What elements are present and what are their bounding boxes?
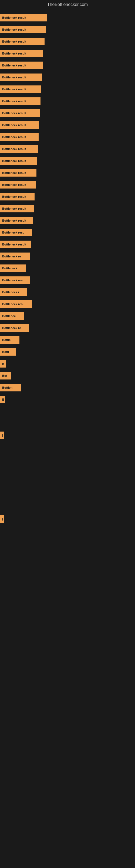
bar-row [0,477,135,489]
site-title: TheBottlenecker.com [0,0,135,9]
bottleneck-bar: Bottleneck result [0,217,33,224]
bar-row: Bottleneck [0,262,135,274]
bottleneck-bar: Bottleneck resu [0,300,32,308]
bottleneck-bar: Bottleneck result [0,50,43,57]
bar-row: B [0,394,135,405]
bar-row: Bottleneck result [0,12,135,23]
bottleneck-bar: Bottleneck result [0,109,40,117]
bar-row: Bottleneck result [0,167,135,179]
bar-row: Bottleneck result [0,203,135,214]
bar-row: Bottleneck res [0,275,135,286]
bottleneck-bar: B [0,360,6,368]
bar-row: Bottleneck result [0,107,135,119]
bottleneck-bar: Bottleneck result [0,121,39,129]
bar-row [0,465,135,477]
bar-row: B [0,358,135,369]
bar-row: Bottl [0,346,135,358]
bottleneck-bar: Bottl [0,348,16,355]
bar-row: Bottleneck result [0,143,135,155]
bottleneck-bar: Bottleneck result [0,14,47,22]
bar-row [0,406,135,417]
bar-row: Bottleneck result [0,36,135,47]
bottleneck-bar: Bot [0,372,11,379]
bottleneck-bar: Bottleneck result [0,181,36,188]
bar-row: Bottleneck result [0,215,135,226]
bar-row [0,442,135,453]
bar-row: Bottlenec [0,310,135,322]
bottleneck-bar: Bottleneck result [0,86,41,93]
bar-row: Bottleneck result [0,179,135,190]
bar-row: Bottleneck re [0,322,135,334]
bar-row: Bottleneck result [0,95,135,107]
bottleneck-bar: Bottlenec [0,312,24,320]
bottleneck-bar: Bottleneck result [0,38,45,45]
bar-row [0,501,135,513]
bar-row: | [0,430,135,441]
bar-row: Bottleneck r [0,286,135,298]
bottleneck-bar: Bottle [0,336,19,344]
bar-row: Bottleneck result [0,84,135,95]
bar-row: Bottlen [0,382,135,393]
bar-row: Bottleneck result [0,72,135,83]
bottleneck-bar: B [0,396,5,403]
bar-row: | [0,513,135,525]
title-text: TheBottlenecker.com [47,2,88,7]
bar-row: Bottleneck result [0,239,135,250]
bottleneck-bar: Bottleneck result [0,205,34,212]
bottleneck-bar: Bottlen [0,384,21,392]
bottleneck-bar: Bottleneck result [0,145,38,153]
bottleneck-bar: Bottleneck result [0,169,37,177]
bar-row: Bottleneck result [0,131,135,143]
bar-row: Bottleneck resu [0,299,135,310]
bar-row: Bottleneck result [0,119,135,131]
bottleneck-bar: Bottleneck result [0,73,42,81]
bar-row: Bottleneck resu [0,227,135,238]
bar-row: Bottle [0,334,135,346]
bottleneck-bar: Bottleneck result [0,241,31,248]
bottleneck-bar: Bottleneck res [0,276,30,284]
bottleneck-bar: Bottleneck result [0,26,46,33]
bottleneck-bar: Bottleneck result [0,157,37,165]
bottleneck-bar: Bottleneck resu [0,229,32,236]
bottleneck-bar: Bottleneck [0,265,26,272]
bottleneck-bar: | [0,432,4,439]
bar-row [0,418,135,429]
bar-row: Bottleneck re [0,251,135,262]
bar-row: Bottleneck result [0,48,135,59]
bars-container: Bottleneck resultBottleneck resultBottle… [0,9,135,528]
bar-row: Bot [0,370,135,381]
bottleneck-bar: Bottleneck r [0,288,27,296]
bottleneck-bar: Bottleneck result [0,62,43,69]
bottleneck-bar: Bottleneck re [0,252,30,260]
bottleneck-bar: Bottleneck result [0,133,39,141]
bar-row: Bottleneck result [0,191,135,203]
bar-row [0,489,135,501]
bar-row: Bottleneck result [0,24,135,35]
bottleneck-bar: Bottleneck re [0,324,29,332]
bottleneck-bar: Bottleneck result [0,193,35,200]
bar-row: Bottleneck result [0,155,135,166]
bottleneck-bar: Bottleneck result [0,97,41,105]
bottleneck-bar: | [0,515,4,523]
bar-row: Bottleneck result [0,60,135,71]
bar-row [0,454,135,465]
